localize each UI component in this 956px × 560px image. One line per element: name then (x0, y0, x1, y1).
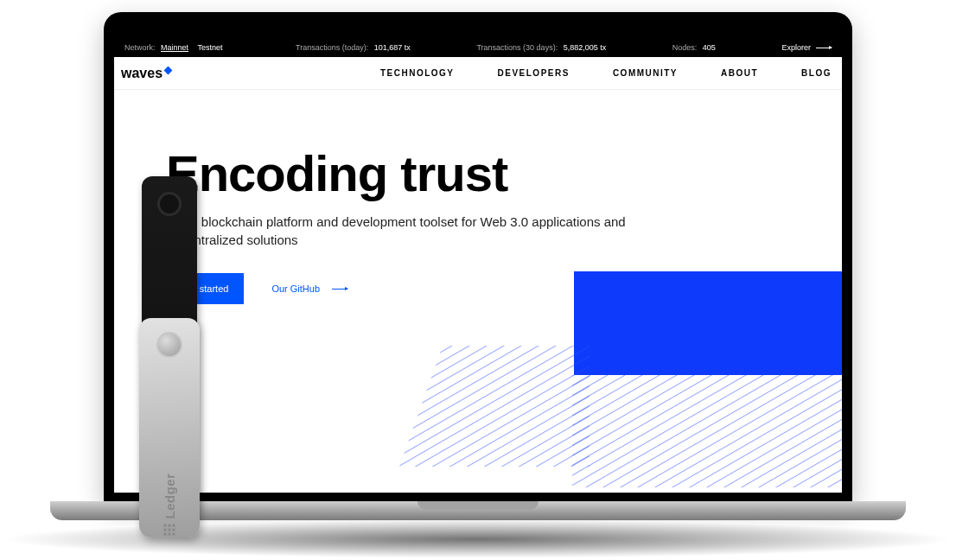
ledger-device-cover: Ledger (139, 318, 200, 538)
arrow-right-icon (816, 48, 832, 48)
decorative-hatch-pattern (399, 346, 590, 467)
svg-rect-3 (572, 375, 842, 487)
hero-subtitle: Open blockchain platform and development… (166, 213, 650, 249)
browser-screen: Network: Mainnet Testnet Transactions (t… (114, 38, 842, 493)
ledger-dots-icon (164, 525, 175, 536)
ledger-brand-text: Ledger (163, 473, 177, 519)
stat-value: 405 (703, 43, 716, 52)
stat-tx-30d: Transactions (30 days): 5,882,005 tx (476, 43, 606, 52)
nav-blog[interactable]: BLOG (801, 68, 832, 78)
laptop-notch (417, 501, 539, 510)
explorer-link[interactable]: Explorer (782, 43, 832, 52)
nav-technology[interactable]: TECHNOLOGY (380, 68, 455, 78)
nav-developers[interactable]: DEVELOPERS (498, 68, 570, 78)
svg-marker-1 (399, 346, 590, 467)
laptop-frame: Network: Mainnet Testnet Transactions (t… (104, 12, 852, 501)
decorative-blue-block (574, 271, 842, 375)
nav-community[interactable]: COMMUNITY (613, 68, 678, 78)
stat-nodes: Nodes: 405 (672, 43, 716, 52)
stat-label: Nodes: (672, 43, 698, 52)
nav-about[interactable]: ABOUT (721, 68, 758, 78)
github-link-label: Our GitHub (271, 283, 320, 294)
network-testnet-link[interactable]: Testnet (197, 43, 222, 52)
main-nav: waves TECHNOLOGY DEVELOPERS COMMUNITY AB… (114, 57, 842, 90)
stat-label: Transactions (today): (296, 43, 368, 52)
explorer-label: Explorer (782, 43, 812, 52)
logo[interactable]: waves (121, 66, 171, 81)
network-mainnet-link[interactable]: Mainnet (161, 43, 188, 52)
ledger-pivot-icon (156, 332, 182, 358)
ledger-device: Ledger (135, 176, 204, 538)
network-label: Network: (124, 43, 156, 52)
arrow-right-icon (332, 289, 347, 290)
stat-value: 5,882,005 tx (564, 43, 607, 52)
network-stats-bar: Network: Mainnet Testnet Transactions (t… (114, 38, 842, 57)
stat-label: Transactions (30 days): (476, 43, 558, 52)
decorative-hatch-pattern (572, 375, 842, 487)
network-selector: Network: Mainnet Testnet (124, 43, 229, 52)
hero-title: Encoding trust (166, 149, 842, 199)
stat-tx-today: Transactions (today): 101,687 tx (296, 43, 411, 52)
logo-text: waves (121, 66, 163, 81)
ledger-brand-label: Ledger (163, 473, 177, 535)
hero-section: Encoding trust Open blockchain platform … (114, 90, 842, 493)
stat-value: 101,687 tx (374, 43, 411, 52)
ledger-button-icon (157, 192, 182, 216)
github-link[interactable]: Our GitHub (271, 283, 347, 294)
logo-diamond-icon (164, 67, 173, 75)
